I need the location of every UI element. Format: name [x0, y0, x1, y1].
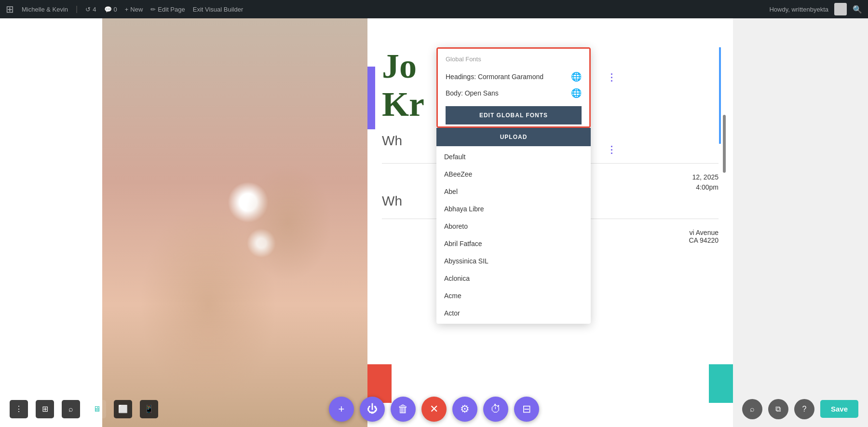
grid-icon: ⊞ [42, 404, 48, 413]
headings-font-label: Headings: Cormorant Garamond [446, 73, 543, 81]
three-dots-menu-mid[interactable]: ⋮ [607, 144, 617, 155]
settings-button[interactable]: ⚙ [452, 397, 477, 422]
delete-icon: 🗑 [398, 403, 408, 415]
hands-overlay [102, 18, 367, 427]
layout-icon: ⊟ [522, 403, 531, 415]
search-icon: ⌕ [68, 405, 73, 413]
font-item-abhaya-libre[interactable]: Abhaya Libre [436, 200, 591, 218]
user-avatar[interactable] [834, 3, 847, 15]
add-icon: + [339, 403, 345, 415]
headings-globe-icon[interactable]: 🌐 [571, 71, 582, 82]
new-btn[interactable]: + New [125, 6, 143, 13]
font-item-aclonica[interactable]: Aclonica [436, 270, 591, 287]
mobile-icon: 📱 [144, 404, 154, 413]
save-button[interactable]: Save [820, 400, 858, 418]
font-item-aboreto[interactable]: Aboreto [436, 218, 591, 235]
menu-icon: ⋮ [15, 404, 23, 413]
layers-button[interactable]: ⧉ [768, 399, 788, 419]
global-fonts-section: Global Fonts Headings: Cormorant Garamon… [438, 49, 589, 126]
layers-icon: ⧉ [775, 405, 781, 413]
grid-icon-button[interactable]: ⊞ [36, 400, 54, 418]
body-font-label: Body: Open Sans [446, 89, 499, 97]
blue-accent-bar [719, 47, 721, 144]
power-button[interactable]: ⏻ [360, 397, 385, 422]
wp-logo-icon[interactable]: ⊞ [6, 3, 14, 15]
edit-global-fonts-button[interactable]: EDIT GLOBAL FONTS [446, 106, 582, 124]
body-font-row: Body: Open Sans 🌐 [446, 85, 582, 101]
scroll-indicator[interactable] [723, 115, 726, 173]
edit-page-btn[interactable]: ✏ Edit Page [150, 6, 185, 13]
right-search-button[interactable]: ⌕ [742, 399, 762, 419]
help-button[interactable]: ? [794, 399, 814, 419]
desktop-icon: 🖥 [93, 405, 101, 413]
font-item-abel[interactable]: Abel [436, 183, 591, 200]
admin-search-icon[interactable]: 🔍 [853, 5, 862, 14]
revisions-btn[interactable]: ↺ 4 [85, 6, 96, 13]
font-panel: Global Fonts Headings: Cormorant Garamon… [436, 47, 591, 324]
purple-accent-left [367, 67, 375, 129]
right-search-icon: ⌕ [750, 405, 755, 413]
font-item-abril-fatface[interactable]: Abril Fatface [436, 235, 591, 252]
admin-right: Howdy, writtenbyekta 🔍 [769, 3, 862, 15]
history-icon: ⏱ [490, 403, 501, 415]
exit-builder-btn[interactable]: Exit Visual Builder [193, 6, 244, 13]
font-item-acme[interactable]: Acme [436, 287, 591, 304]
comments-btn[interactable]: 💬 0 [104, 6, 117, 13]
body-globe-icon[interactable]: 🌐 [571, 88, 582, 98]
delete-button[interactable]: 🗑 [391, 397, 416, 422]
font-item-default[interactable]: Default [436, 148, 591, 165]
desktop-view-button[interactable]: 🖥 [88, 400, 106, 418]
font-item-abeezee[interactable]: ABeeZee [436, 165, 591, 183]
tablet-icon: ⬜ [118, 404, 128, 413]
font-item-abyssinica[interactable]: Abyssinica SIL [436, 252, 591, 270]
font-list: Default ABeeZee Abel Abhaya Libre Aboret… [436, 146, 591, 324]
mobile-view-button[interactable]: 📱 [140, 400, 158, 418]
admin-bar: ⊞ Michelle & Kevin | ↺ 4 💬 0 + New ✏ Edi… [0, 0, 868, 18]
global-fonts-highlight: Global Fonts Headings: Cormorant Garamon… [436, 47, 591, 128]
close-icon: ✕ [430, 403, 438, 415]
font-item-actor[interactable]: Actor [436, 304, 591, 322]
settings-icon: ⚙ [460, 403, 470, 415]
toolbar-center-group: + ⏻ 🗑 ✕ ⚙ ⏱ ⊟ [329, 397, 539, 422]
power-icon: ⏻ [367, 403, 378, 415]
headings-font-row: Headings: Cormorant Garamond 🌐 [446, 69, 582, 85]
main-content: Jo Kr Wh 12, 2025 4:00pm Wh vi Avenue CA… [0, 18, 868, 427]
tablet-view-button[interactable]: ⬜ [114, 400, 132, 418]
bottom-toolbar: ⋮ ⊞ ⌕ 🖥 ⬜ 📱 + ⏻ 🗑 ✕ ⚙ [0, 391, 868, 427]
toolbar-right-group: ⌕ ⧉ ? Save [742, 399, 858, 419]
search-icon-button[interactable]: ⌕ [62, 400, 80, 418]
howdy-text: Howdy, writtenbyekta [769, 6, 828, 13]
toolbar-left-group: ⋮ ⊞ ⌕ 🖥 ⬜ 📱 [10, 400, 158, 418]
hero-image [102, 18, 367, 427]
upload-font-button[interactable]: UPLOAD [436, 128, 591, 146]
three-dots-menu-top[interactable]: ⋮ [607, 71, 617, 83]
history-button[interactable]: ⏱ [483, 397, 508, 422]
left-panel [0, 18, 102, 427]
menu-icon-button[interactable]: ⋮ [10, 400, 28, 418]
add-element-button[interactable]: + [329, 397, 354, 422]
global-fonts-title: Global Fonts [446, 55, 582, 63]
site-name[interactable]: Michelle & Kevin [22, 6, 68, 13]
help-icon: ? [802, 405, 807, 413]
close-button[interactable]: ✕ [421, 397, 447, 422]
layout-button[interactable]: ⊟ [514, 397, 539, 422]
